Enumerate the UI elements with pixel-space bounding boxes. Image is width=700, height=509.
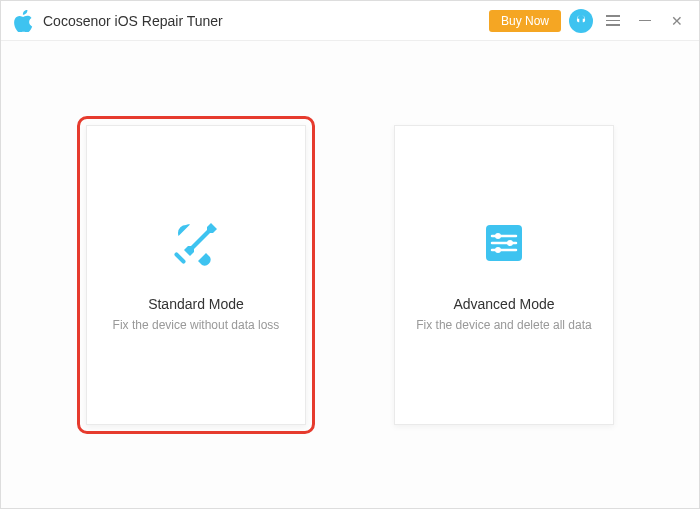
app-title: Cocosenor iOS Repair Tuner [43, 13, 223, 29]
buy-now-button[interactable]: Buy Now [489, 10, 561, 32]
close-button[interactable]: ✕ [665, 9, 689, 33]
advanced-mode-subtitle: Fix the device and delete all data [416, 318, 591, 332]
sliders-icon [479, 218, 529, 268]
main-content: Standard Mode Fix the device without dat… [1, 41, 699, 508]
advanced-mode-wrap: Advanced Mode Fix the device and delete … [385, 116, 623, 434]
menu-icon[interactable] [601, 9, 625, 33]
svg-point-6 [507, 240, 513, 246]
tools-icon [171, 218, 221, 268]
minimize-button[interactable] [633, 9, 657, 33]
standard-mode-title: Standard Mode [148, 296, 244, 312]
advanced-mode-title: Advanced Mode [453, 296, 554, 312]
standard-mode-highlight: Standard Mode Fix the device without dat… [77, 116, 315, 434]
standard-mode-card[interactable]: Standard Mode Fix the device without dat… [86, 125, 306, 425]
svg-point-5 [495, 233, 501, 239]
advanced-mode-card[interactable]: Advanced Mode Fix the device and delete … [394, 125, 614, 425]
svg-rect-0 [174, 251, 187, 264]
standard-mode-subtitle: Fix the device without data loss [113, 318, 280, 332]
support-icon[interactable] [569, 9, 593, 33]
app-logo-icon [13, 10, 35, 32]
svg-point-7 [495, 247, 501, 253]
title-bar: Cocosenor iOS Repair Tuner Buy Now ✕ [1, 1, 699, 41]
